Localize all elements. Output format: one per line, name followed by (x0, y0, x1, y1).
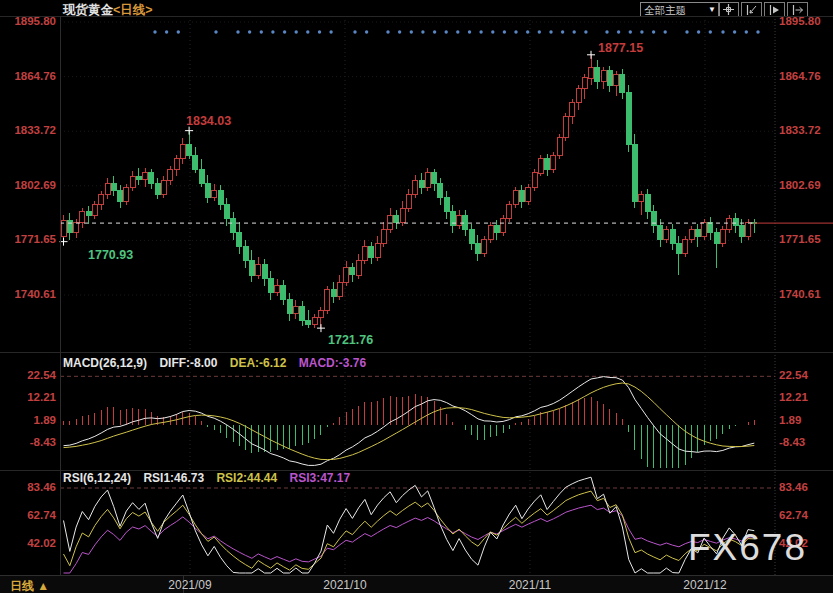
rsi-header: RSI(6,12,24) RSI1:46.73 RSI2:44.44 RSI3:… (63, 471, 359, 485)
rsi-axis-label: 62.74 (6, 509, 56, 522)
macd-axis-label: 1.89 (6, 414, 56, 427)
trading-app-window: 1770.931834.031721.761877.15 现货黄金<日线> 全部… (0, 0, 833, 593)
instrument-name: 现货黄金 (63, 3, 113, 17)
gridlines (60, 16, 775, 575)
rsi1-value: RSI1:46.73 (143, 471, 204, 485)
svg-text:1877.15: 1877.15 (598, 41, 643, 55)
macd-axis-label: 12.21 (6, 391, 56, 404)
rsi-axis-label: 42.02 (6, 537, 56, 550)
time-axis-label: 2021/09 (160, 578, 220, 592)
rsi2-line (64, 491, 755, 570)
candles-layer (61, 55, 757, 328)
macd-axis-label: -8.43 (779, 436, 832, 449)
price-axis-label: 1740.61 (6, 288, 56, 301)
svg-text:1721.76: 1721.76 (328, 333, 373, 347)
panel-divider (0, 352, 833, 353)
rsi2-value: RSI2:44.44 (216, 471, 277, 485)
macd-axis-label: 1.89 (779, 414, 832, 427)
theme-dropdown[interactable]: 全部主题 ▼ (640, 2, 720, 17)
prev-view-button[interactable] (741, 2, 762, 17)
chart-canvas[interactable]: 1770.931834.031721.761877.15 (0, 0, 833, 593)
time-axis-label: 2021/10 (315, 578, 375, 592)
theme-dropdown-label: 全部主题 (644, 4, 686, 16)
price-axis-label: 1771.65 (6, 233, 56, 246)
macd-dea-value: DEA:-6.12 (230, 356, 287, 370)
rsi-axis-label: 83.46 (6, 481, 56, 494)
macd-diff-value: DIFF:-8.00 (159, 356, 217, 370)
price-axis-label: 1802.69 (779, 179, 832, 192)
rsi-axis-label: 83.46 (779, 481, 832, 494)
price-axis-label: 1771.65 (779, 233, 832, 246)
title-bar: 现货黄金<日线> 全部主题 ▼ (0, 0, 833, 16)
macd-axis-label: -8.43 (6, 436, 56, 449)
extreme-markers: 1770.931834.031721.761877.15 (60, 41, 644, 347)
macd-axis-label: 12.21 (779, 391, 832, 404)
period-label: <日线> (113, 3, 153, 17)
chevron-down-icon: ▼ (708, 5, 716, 14)
axis-border (60, 16, 61, 575)
macd-axis-label: 22.54 (6, 369, 56, 382)
price-axis-label: 1833.72 (779, 124, 832, 137)
svg-text:1770.93: 1770.93 (88, 248, 133, 262)
exit-right-icon (792, 5, 804, 15)
panel-divider (0, 16, 833, 17)
macd-histogram (64, 394, 755, 468)
rsi1-line (64, 477, 755, 573)
crosshair-button[interactable] (718, 2, 739, 17)
tab-daily[interactable]: 日线 ▲ (10, 578, 49, 593)
watermark: FX678 (688, 527, 807, 569)
range-left-icon (746, 5, 758, 15)
play-right-icon (769, 5, 781, 15)
time-axis-label: 2021/12 (675, 578, 735, 592)
rsi3-value: RSI3:47.17 (289, 471, 350, 485)
macd-header: MACD(26,12,9) DIFF:-8.00 DEA:-6.12 MACD:… (63, 356, 375, 370)
top-marker-dots (153, 30, 759, 33)
macd-axis-label: 22.54 (779, 369, 832, 382)
price-axis-label: 1895.80 (779, 15, 832, 28)
crosshair-icon (723, 4, 734, 15)
svg-text:1834.03: 1834.03 (186, 114, 231, 128)
status-bar: 日线 ▲ 2021/09 2021/10 2021/11 2021/12 (0, 575, 833, 593)
rsi-axis-label: 62.74 (779, 509, 832, 522)
rsi-params-label: RSI(6,12,24) (63, 471, 131, 485)
price-axis-label: 1802.69 (6, 179, 56, 192)
price-axis-label: 1740.61 (779, 288, 832, 301)
macd-value: MACD:-3.76 (299, 356, 366, 370)
price-axis-label: 1864.76 (779, 70, 832, 83)
price-axis-label: 1895.80 (6, 15, 56, 28)
price-axis-label: 1864.76 (6, 70, 56, 83)
time-axis-label: 2021/11 (500, 578, 560, 592)
price-axis-label: 1833.72 (6, 124, 56, 137)
macd-params-label: MACD(26,12,9) (63, 356, 147, 370)
